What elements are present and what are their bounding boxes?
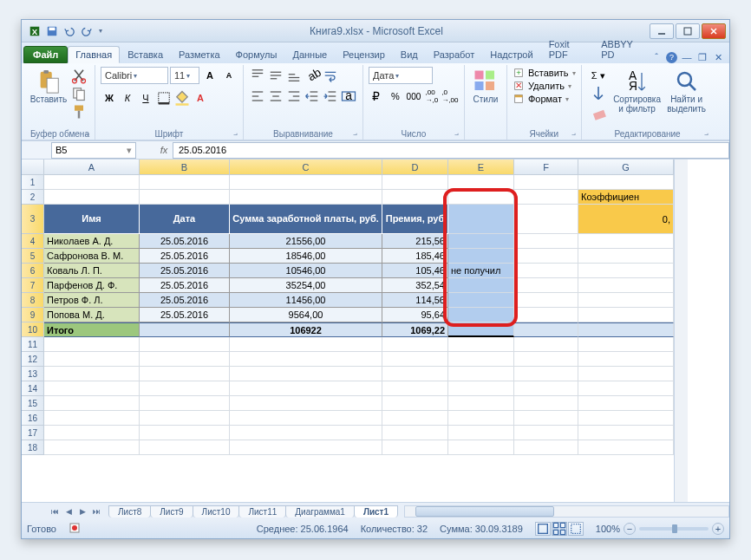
autosum-button[interactable]: Σ ▾ xyxy=(587,67,610,84)
format-painter-button[interactable] xyxy=(70,103,88,120)
row-header[interactable]: 6 xyxy=(22,264,44,278)
align-center-button[interactable] xyxy=(267,88,284,105)
insert-cells-button[interactable]: +Вставить▾ xyxy=(513,67,576,79)
redo-button[interactable] xyxy=(79,23,95,39)
cut-button[interactable] xyxy=(70,67,88,84)
orientation-button[interactable]: ab xyxy=(304,67,321,84)
wrap-text-button[interactable] xyxy=(322,67,339,84)
row-header[interactable]: 11 xyxy=(22,337,44,352)
row-header[interactable]: 12 xyxy=(22,352,44,367)
row-header[interactable]: 13 xyxy=(22,367,44,381)
cell-name[interactable]: Николаев А. Д. xyxy=(44,234,140,249)
minimize-button[interactable] xyxy=(650,23,674,39)
sort-filter-button[interactable]: AЯ Сортировка и фильтр xyxy=(613,67,662,114)
col-header-b[interactable]: B xyxy=(140,160,230,175)
zoom-in-button[interactable]: + xyxy=(712,523,724,535)
italic-button[interactable]: К xyxy=(119,89,136,107)
font-size-combo[interactable]: 11▾ xyxy=(170,67,199,84)
col-header-d[interactable]: D xyxy=(382,160,448,175)
qat-dropdown[interactable]: ▾ xyxy=(96,23,105,39)
comma-button[interactable]: 000 xyxy=(405,88,422,105)
sheet-tab[interactable]: Диаграмма1 xyxy=(285,505,355,518)
col-header-e[interactable]: E xyxy=(448,160,514,175)
paste-button[interactable]: Вставить xyxy=(30,67,67,104)
tab-foxit[interactable]: Foxit PDF xyxy=(541,36,594,63)
row-header[interactable]: 10 xyxy=(22,322,44,337)
select-all-corner[interactable] xyxy=(22,160,44,175)
font-color-button[interactable]: A xyxy=(192,89,209,107)
tab-formulas[interactable]: Формулы xyxy=(228,46,285,63)
sheet-tab[interactable]: Лист8 xyxy=(108,505,151,518)
cell-name[interactable]: Коваль Л. П. xyxy=(44,264,140,278)
tab-abbyy[interactable]: ABBYY PD xyxy=(593,36,650,63)
sheet-tab[interactable]: Лист10 xyxy=(193,505,240,518)
decrease-indent-button[interactable] xyxy=(304,88,321,105)
cell-g3[interactable]: 0, xyxy=(578,205,674,234)
increase-decimal-button[interactable]: ,00→,0 xyxy=(423,88,441,105)
minimize-ribbon-button[interactable]: ˆ xyxy=(650,51,663,63)
maximize-button[interactable] xyxy=(676,23,700,39)
row-header[interactable]: 5 xyxy=(22,249,44,264)
copy-button[interactable] xyxy=(70,85,88,102)
merge-button[interactable]: a xyxy=(340,88,357,105)
align-bottom-button[interactable] xyxy=(285,67,303,84)
cell-e6[interactable]: не получил xyxy=(448,264,514,278)
close-button[interactable] xyxy=(702,23,726,39)
zoom-label[interactable]: 100% xyxy=(596,524,620,534)
fill-button[interactable] xyxy=(587,85,610,102)
row-header[interactable]: 9 xyxy=(22,308,44,322)
zoom-slider[interactable] xyxy=(639,527,709,531)
table-header[interactable]: Сумма заработной платы, руб. xyxy=(230,205,382,234)
cell-name[interactable]: Сафронова В. М. xyxy=(44,249,140,264)
percent-button[interactable]: % xyxy=(387,88,404,105)
row-header[interactable]: 7 xyxy=(22,278,44,293)
align-middle-button[interactable] xyxy=(267,67,284,84)
col-header-c[interactable]: C xyxy=(230,160,382,175)
decrease-decimal-button[interactable]: ,0→,00 xyxy=(441,88,459,105)
help-button[interactable]: ? xyxy=(666,52,677,63)
number-format-combo[interactable]: Дата▾ xyxy=(369,67,433,84)
horizontal-scrollbar[interactable] xyxy=(404,505,729,518)
cell-total-label[interactable]: Итого xyxy=(44,322,140,337)
find-select-button[interactable]: Найти и выделить xyxy=(665,67,709,114)
increase-indent-button[interactable] xyxy=(322,88,339,105)
fill-color-button[interactable] xyxy=(173,89,191,107)
row-header[interactable]: 1 xyxy=(22,175,44,190)
tab-layout[interactable]: Разметка xyxy=(171,46,228,63)
underline-button[interactable]: Ч xyxy=(137,89,154,107)
tab-insert[interactable]: Вставка xyxy=(120,46,171,63)
cell-g2[interactable]: Коэффициен xyxy=(578,190,674,205)
sheet-nav-prev[interactable]: ◀ xyxy=(62,505,75,518)
row-header[interactable]: 8 xyxy=(22,293,44,308)
align-top-button[interactable] xyxy=(249,67,266,84)
increase-font-button[interactable]: A xyxy=(201,67,219,84)
row-header[interactable]: 3 xyxy=(22,205,44,234)
tab-data[interactable]: Данные xyxy=(284,46,335,63)
decrease-font-button[interactable]: A xyxy=(220,67,238,84)
row-header[interactable]: 17 xyxy=(22,426,44,440)
vertical-scrollbar[interactable] xyxy=(674,160,688,502)
view-layout-button[interactable] xyxy=(552,522,567,536)
bold-button[interactable]: Ж xyxy=(101,89,118,107)
format-cells-button[interactable]: Формат▾ xyxy=(513,93,569,105)
view-pagebreak-button[interactable] xyxy=(568,522,584,536)
zoom-out-button[interactable]: − xyxy=(624,523,636,535)
table-header[interactable]: Имя xyxy=(44,205,140,234)
tab-developer[interactable]: Разработ xyxy=(426,46,482,63)
col-header-f[interactable]: F xyxy=(514,160,578,175)
col-header-a[interactable]: A xyxy=(44,160,140,175)
row-header[interactable]: 14 xyxy=(22,381,44,396)
sheet-tab[interactable]: Лист9 xyxy=(150,505,193,518)
styles-button[interactable]: Стили xyxy=(470,67,501,104)
sheet-tab[interactable]: Лист1 xyxy=(354,505,398,518)
doc-minimize-button[interactable]: — xyxy=(681,51,693,63)
tab-home[interactable]: Главная xyxy=(68,46,120,63)
name-box[interactable]: B5▾ xyxy=(51,142,136,159)
fx-button[interactable]: fx xyxy=(155,142,173,158)
row-header[interactable]: 16 xyxy=(22,411,44,426)
tab-review[interactable]: Рецензир xyxy=(335,46,393,63)
tab-addins[interactable]: Надстрой xyxy=(482,46,540,63)
row-header[interactable]: 18 xyxy=(22,440,44,455)
formula-input[interactable]: 25.05.2016 xyxy=(173,142,729,159)
table-header[interactable]: Дата xyxy=(140,205,230,234)
